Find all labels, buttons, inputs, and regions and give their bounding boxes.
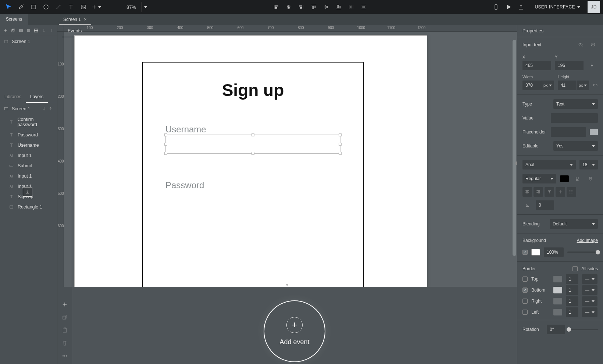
border-left-checkbox[interactable] bbox=[522, 310, 528, 315]
events-more-button[interactable] bbox=[60, 352, 69, 360]
password-input-line[interactable] bbox=[165, 209, 340, 209]
placeholder-color[interactable] bbox=[590, 129, 598, 135]
weight-select[interactable]: Regular bbox=[522, 174, 556, 183]
border-bottom-width[interactable] bbox=[566, 285, 578, 295]
upload-share[interactable] bbox=[515, 1, 527, 13]
border-top-checkbox[interactable] bbox=[522, 276, 528, 282]
move-up-button[interactable] bbox=[48, 26, 55, 35]
layer-row[interactable]: Input 1 bbox=[0, 150, 57, 161]
password-label[interactable]: Password bbox=[165, 180, 204, 190]
image-tool[interactable] bbox=[78, 1, 89, 13]
screens-tab[interactable]: Screens bbox=[0, 14, 28, 25]
add-event-circle[interactable]: + Add event bbox=[264, 300, 325, 362]
pen-tool[interactable] bbox=[15, 1, 26, 13]
layers-tab[interactable]: Layers bbox=[26, 91, 48, 103]
align-right-edges[interactable] bbox=[296, 1, 307, 13]
value-input[interactable] bbox=[551, 113, 598, 123]
selected-input[interactable] bbox=[165, 135, 340, 154]
valign-top-icon[interactable] bbox=[545, 187, 554, 197]
ellipse-tool[interactable] bbox=[40, 1, 51, 13]
small-grid-button[interactable] bbox=[17, 26, 24, 35]
blending-select[interactable]: Default bbox=[550, 219, 598, 229]
device-preview[interactable] bbox=[490, 1, 502, 13]
x-input[interactable] bbox=[522, 61, 551, 70]
zoom-input[interactable] bbox=[121, 4, 141, 10]
line-tool[interactable] bbox=[53, 1, 64, 13]
delete-event-button[interactable] bbox=[60, 339, 69, 347]
strikethrough-icon[interactable] bbox=[586, 174, 595, 183]
align-vertical-center[interactable] bbox=[321, 1, 332, 13]
add-event-button[interactable] bbox=[60, 300, 69, 308]
rotation-input[interactable] bbox=[547, 325, 565, 334]
user-avatar[interactable]: JD bbox=[588, 1, 600, 13]
border-left-width[interactable] bbox=[566, 307, 578, 317]
list-icon[interactable] bbox=[567, 187, 576, 197]
border-bottom-color[interactable] bbox=[553, 287, 562, 293]
background-checkbox[interactable]: ✓ bbox=[522, 250, 528, 255]
border-right-checkbox[interactable] bbox=[522, 299, 528, 304]
layer-row[interactable]: Submit bbox=[0, 161, 57, 171]
paste-event-button[interactable] bbox=[60, 326, 69, 334]
border-top-width[interactable] bbox=[566, 274, 578, 284]
border-bottom-style[interactable]: — bbox=[582, 285, 597, 295]
text-tool[interactable] bbox=[65, 1, 76, 13]
background-opacity-slider[interactable] bbox=[567, 251, 598, 253]
distribute-horizontal[interactable] bbox=[346, 1, 357, 13]
canvas-tab-screen1[interactable]: Screen 1 × bbox=[59, 14, 91, 25]
font-size-select[interactable]: 18 bbox=[579, 160, 598, 169]
background-color[interactable] bbox=[531, 249, 540, 256]
background-opacity[interactable] bbox=[544, 247, 564, 257]
rotation-slider[interactable] bbox=[569, 329, 598, 330]
username-label[interactable]: Username bbox=[165, 124, 206, 135]
collapse-events-icon[interactable]: ▼ bbox=[285, 283, 289, 287]
align-right-icon[interactable] bbox=[534, 187, 543, 197]
all-sides-checkbox[interactable] bbox=[572, 266, 578, 271]
width-unit[interactable]: px bbox=[541, 81, 554, 90]
zoom-dropdown[interactable] bbox=[141, 2, 149, 12]
expand-icon[interactable] bbox=[48, 106, 53, 111]
events-tab[interactable]: Events bbox=[62, 25, 88, 37]
font-select[interactable]: Arial bbox=[522, 160, 576, 169]
signup-heading[interactable]: Sign up bbox=[143, 80, 363, 100]
valign-middle-icon[interactable] bbox=[556, 187, 565, 197]
rectangle-tool[interactable] bbox=[28, 1, 39, 13]
editable-select[interactable]: Yes bbox=[553, 141, 598, 151]
border-right-width[interactable] bbox=[566, 296, 578, 306]
align-center-icon[interactable] bbox=[522, 187, 532, 197]
align-bottom-edges[interactable] bbox=[333, 1, 344, 13]
copy-event-button[interactable] bbox=[60, 313, 69, 321]
height-unit[interactable]: px bbox=[576, 81, 589, 90]
width-input[interactable] bbox=[522, 81, 541, 90]
border-left-color[interactable] bbox=[553, 309, 562, 315]
play-preview[interactable] bbox=[503, 1, 514, 13]
placeholder-input[interactable] bbox=[551, 127, 586, 137]
close-icon[interactable]: × bbox=[84, 17, 87, 22]
layer-row[interactable]: Confirm password bbox=[0, 114, 57, 130]
align-left-edges[interactable] bbox=[271, 1, 282, 13]
letterspacing-input[interactable] bbox=[536, 200, 554, 210]
layers-stack-icon[interactable] bbox=[588, 40, 598, 50]
move-down-button[interactable] bbox=[40, 26, 47, 35]
collapse-icon[interactable] bbox=[42, 106, 47, 111]
visibility-icon[interactable] bbox=[576, 40, 585, 50]
border-top-style[interactable]: — bbox=[582, 274, 597, 284]
add-image-link[interactable]: Add image bbox=[577, 238, 598, 243]
layer-row[interactable]: Rectangle 1 bbox=[0, 202, 57, 212]
underline-icon[interactable] bbox=[572, 174, 582, 183]
link-size-icon[interactable] bbox=[593, 81, 598, 90]
distribute-vertical[interactable] bbox=[358, 1, 369, 13]
select-tool[interactable] bbox=[3, 1, 14, 13]
align-top-edges[interactable] bbox=[308, 1, 319, 13]
pin-icon[interactable] bbox=[587, 61, 597, 70]
properties-tab[interactable]: Properties bbox=[517, 25, 603, 37]
layer-root[interactable]: Screen 1 bbox=[0, 103, 57, 114]
text-color[interactable] bbox=[560, 175, 569, 182]
align-horizontal-center[interactable] bbox=[283, 1, 294, 13]
canvas-area[interactable]: 100200300400500600700800900100011001200 … bbox=[57, 25, 517, 287]
border-bottom-checkbox[interactable]: ✓ bbox=[522, 288, 528, 293]
grid-view-button[interactable] bbox=[33, 26, 40, 35]
add-tool[interactable] bbox=[90, 1, 101, 13]
layer-row[interactable]: Username bbox=[0, 140, 57, 150]
libraries-tab[interactable]: Libraries bbox=[0, 91, 26, 103]
y-input[interactable] bbox=[555, 61, 584, 70]
